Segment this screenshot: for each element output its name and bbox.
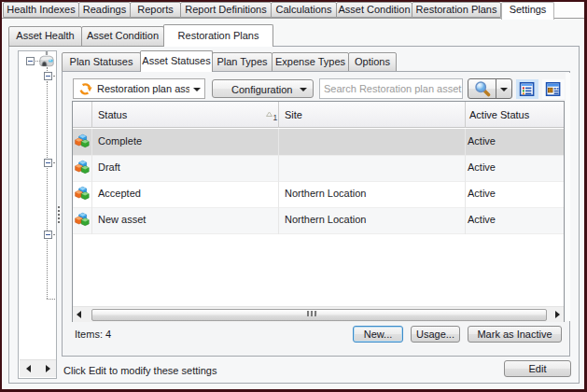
svg-text:1: 1 [273,113,277,122]
